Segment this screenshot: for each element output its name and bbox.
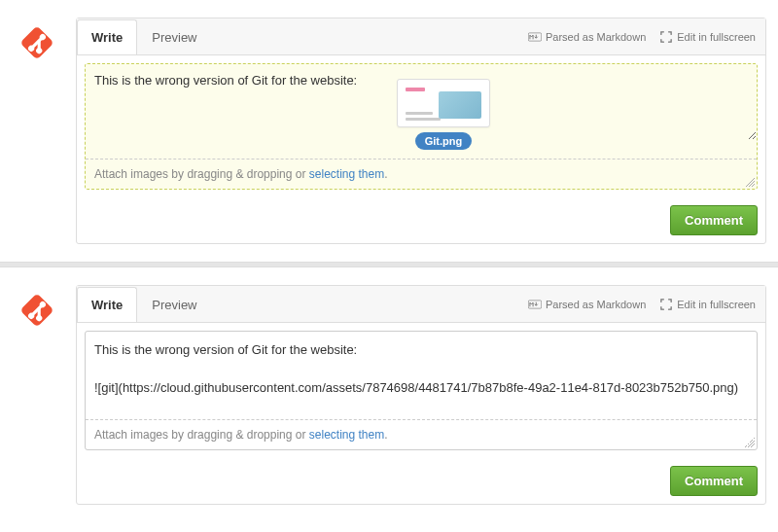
markdown-icon (528, 31, 542, 43)
dragged-file-preview: Git.png (397, 79, 490, 150)
comment-panel-uploaded: Write Preview Parsed as Markdown Edit in… (0, 267, 778, 522)
tab-write[interactable]: Write (77, 19, 137, 54)
comment-button[interactable]: Comment (670, 205, 758, 235)
tab-bar: Write Preview Parsed as Markdown Edit in… (77, 286, 765, 323)
resize-handle-icon[interactable] (745, 438, 755, 447)
file-chip: Git.png (415, 132, 473, 150)
fullscreen-label: Edit in fullscreen (677, 31, 756, 43)
attach-link[interactable]: selecting them (309, 428, 384, 442)
tab-write[interactable]: Write (77, 287, 137, 322)
tab-preview[interactable]: Preview (137, 19, 211, 54)
comment-textarea[interactable]: This is the wrong version of Git for the… (86, 332, 757, 419)
file-thumbnail (397, 79, 490, 127)
avatar (12, 18, 62, 68)
markdown-hint[interactable]: Parsed as Markdown (528, 299, 646, 310)
fullscreen-icon (659, 299, 673, 310)
fullscreen-button[interactable]: Edit in fullscreen (659, 299, 756, 310)
textarea-container[interactable]: This is the wrong version of Git for the… (85, 331, 758, 450)
markdown-icon (528, 299, 542, 310)
git-icon (12, 285, 62, 336)
resize-handle-icon[interactable] (745, 177, 755, 187)
attach-hint: Attach images by dragging & dropping or … (86, 159, 757, 189)
attach-prefix: Attach images by dragging & dropping or (94, 428, 309, 442)
attach-suffix: . (384, 167, 387, 181)
tab-bar: Write Preview Parsed as Markdown Edit in… (77, 18, 765, 55)
avatar (12, 285, 62, 336)
fullscreen-button[interactable]: Edit in fullscreen (659, 31, 756, 43)
attach-link[interactable]: selecting them (309, 167, 384, 181)
comment-box: Write Preview Parsed as Markdown Edit in… (76, 18, 766, 244)
markdown-hint-label: Parsed as Markdown (546, 299, 646, 310)
textarea-dropzone-active[interactable]: Git.png Attach images by dragging & drop… (85, 63, 758, 190)
attach-prefix: Attach images by dragging & dropping or (94, 167, 309, 181)
comment-button[interactable]: Comment (670, 466, 758, 496)
comment-box: Write Preview Parsed as Markdown Edit in… (76, 285, 766, 505)
attach-suffix: . (384, 428, 387, 442)
tab-preview[interactable]: Preview (137, 287, 211, 322)
attach-hint: Attach images by dragging & dropping or … (86, 419, 757, 449)
fullscreen-label: Edit in fullscreen (677, 299, 756, 310)
markdown-hint[interactable]: Parsed as Markdown (528, 31, 646, 43)
fullscreen-icon (659, 31, 673, 43)
comment-panel-dragging: Write Preview Parsed as Markdown Edit in… (0, 0, 778, 262)
markdown-hint-label: Parsed as Markdown (546, 31, 646, 43)
git-icon (12, 18, 62, 68)
